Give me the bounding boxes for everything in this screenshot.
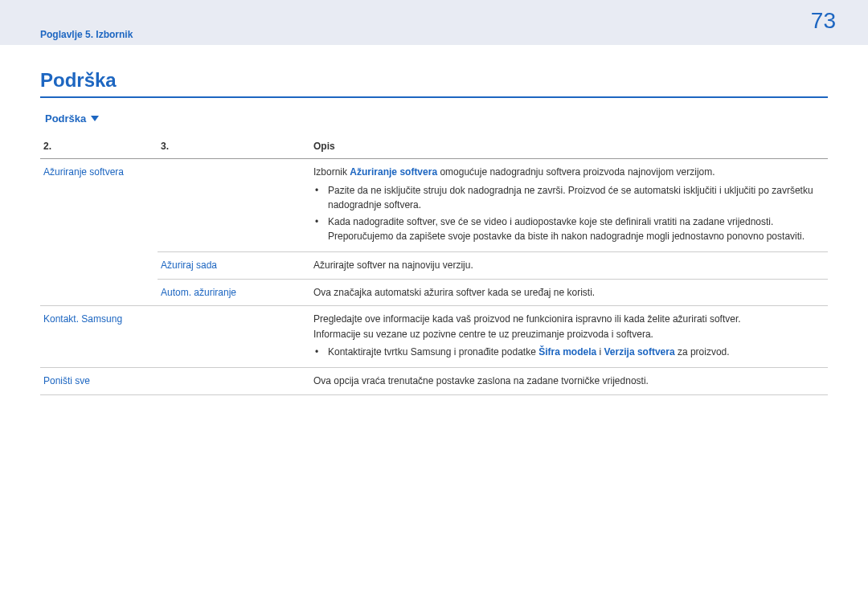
header-band: Poglavlje 5. Izbornik 73 xyxy=(0,0,868,45)
menu-item-reset-all: Poništi sve xyxy=(43,375,90,386)
desc-cell: Ova značajka automatski ažurira softver … xyxy=(310,279,828,306)
bullet-item: Pazite da ne isključite struju dok nadog… xyxy=(325,183,821,213)
bullet-list: Pazite da ne isključite struju dok nadog… xyxy=(313,183,821,244)
menu-table: 2. 3. Opis Ažuriranje softvera Izbornik … xyxy=(40,136,828,395)
table-header-row: 2. 3. Opis xyxy=(40,136,828,159)
table-row: Autom. ažuriranje Ova značajka automatsk… xyxy=(40,279,828,306)
desc-cell: Pregledajte ove informacije kada vaš pro… xyxy=(310,306,828,368)
desc-cell: Izbornik Ažuriranje softvera omogućuje n… xyxy=(310,159,828,252)
inline-em: Šifra modela xyxy=(538,346,596,358)
table-row: Kontakt. Samsung Pregledajte ove informa… xyxy=(40,306,828,368)
bullet-text: za proizvod. xyxy=(675,346,730,358)
desc-cell: Ova opcija vraća trenutačne postavke zas… xyxy=(310,367,828,394)
menu-item-auto-update: Autom. ažuriranje xyxy=(161,287,236,298)
table-row: Ažuriraj sada Ažurirajte softver na najn… xyxy=(40,251,828,279)
page-number: 73 xyxy=(811,8,836,34)
inline-em: Ažuriranje softvera xyxy=(350,166,437,178)
desc-line: Pregledajte ove informacije kada vaš pro… xyxy=(313,312,821,327)
bullet-list: Kontaktirajte tvrtku Samsung i pronađite… xyxy=(313,345,821,360)
section-text: Podrška xyxy=(45,112,86,125)
page-content: Podrška Podrška 2. 3. Opis Ažuriranje so… xyxy=(0,45,868,395)
chapter-label: Poglavlje 5. Izbornik xyxy=(40,29,133,40)
table-row: Poništi sve Ova opcija vraća trenutačne … xyxy=(40,367,828,394)
bullet-item: Kada nadogradite softver, sve će se vide… xyxy=(325,215,821,244)
bullet-item: Kontaktirajte tvrtku Samsung i pronađite… xyxy=(325,345,821,360)
triangle-down-icon xyxy=(91,116,99,121)
menu-item-software-update: Ažuriranje softvera xyxy=(43,166,124,178)
col-2-header: 2. xyxy=(40,136,158,159)
bullet-text: i xyxy=(596,346,604,358)
table-row: Ažuriranje softvera Izbornik Ažuriranje … xyxy=(40,159,828,252)
desc-cell: Ažurirajte softver na najnoviju verziju. xyxy=(310,251,828,279)
section-heading: Podrška xyxy=(45,112,99,125)
inline-em: Verzija softvera xyxy=(604,346,675,358)
desc-text: omogućuje nadogradnju softvera proizvoda… xyxy=(437,166,715,178)
col-desc-header: Opis xyxy=(310,136,828,159)
menu-item-update-now: Ažuriraj sada xyxy=(161,260,217,271)
menu-item-contact-samsung: Kontakt. Samsung xyxy=(43,313,122,325)
desc-line: Informacije su vezane uz pozivne centre … xyxy=(313,327,821,342)
col-3-header: 3. xyxy=(158,136,310,159)
bullet-text: Kontaktirajte tvrtku Samsung i pronađite… xyxy=(328,346,538,358)
page-title: Podrška xyxy=(40,69,828,98)
desc-text: Izbornik xyxy=(313,166,350,178)
